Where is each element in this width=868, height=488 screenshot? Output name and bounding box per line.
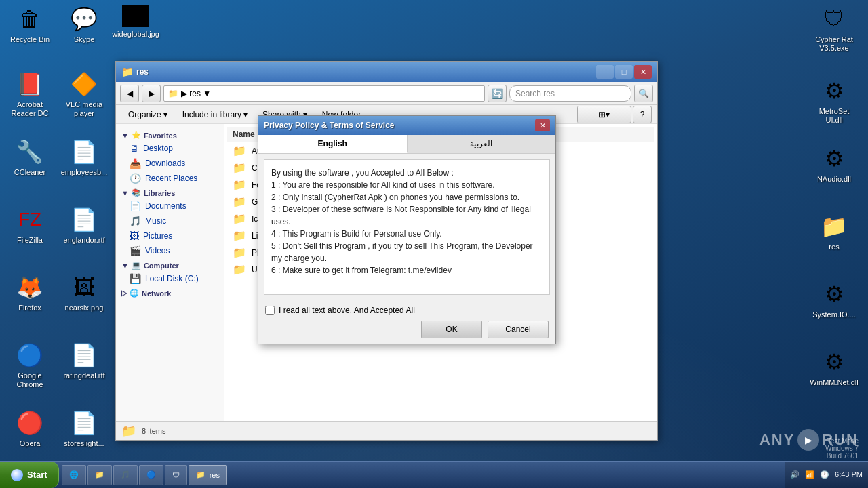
desktop-icon-skype[interactable]: 💬 Skype [57, 3, 111, 47]
window-controls: — □ ✕ [596, 65, 652, 79]
back-button[interactable]: ◀ [120, 85, 139, 102]
ok-button[interactable]: OK [421, 321, 482, 338]
desktop-icon-winmm[interactable]: ⚙ WinMM.Net.dll [807, 346, 861, 390]
maximize-button[interactable]: □ [615, 65, 633, 79]
refresh-button[interactable]: 🔄 [488, 85, 507, 102]
dialog-titlebar[interactable]: Privacy Policy & Terms of Service ✕ [258, 116, 555, 135]
sidebar-item-pictures[interactable]: Pictures [116, 228, 224, 243]
favorites-header[interactable]: ▼ ⭐ Favorites [116, 128, 224, 141]
geoip-folder-icon: 📁 [233, 195, 246, 208]
close-button[interactable]: ✕ [634, 65, 652, 79]
desktop-icon-res[interactable]: 📁 res [807, 210, 861, 254]
desktop-icon-englandor[interactable]: 📄 englandor.rtf [57, 203, 111, 247]
englandor-icon: 📄 [71, 206, 98, 233]
winamp-icon: 🎵 [121, 470, 130, 479]
naudio-icon: ⚙ [821, 145, 848, 172]
explorer-statusbar: 📁 8 items [116, 421, 657, 440]
taskbar-chrome-icon[interactable]: 🔵 [139, 465, 163, 485]
pics-sidebar-icon [130, 230, 139, 241]
computer-header[interactable]: ▼ 💻 Computer [116, 258, 224, 271]
desktop-icon-chrome[interactable]: 🔵 Google Chrome [3, 339, 57, 392]
docs-sidebar-icon [130, 201, 141, 211]
sidebar-downloads-label: Downloads [145, 159, 185, 168]
favorites-label: Favorites [144, 131, 177, 140]
desktop-icon-cypher-rat[interactable]: 🛡 Cypher Rat V3.5.exe [807, 3, 861, 56]
network-header[interactable]: ▷ 🌐 Network [116, 286, 224, 299]
sidebar-item-desktop[interactable]: Desktop [116, 141, 224, 156]
sidebar-item-downloads[interactable]: Downloads [116, 156, 224, 171]
skype-icon: 💬 [71, 5, 98, 33]
desktop-icon-filezilla[interactable]: FZ FileZilla [3, 203, 57, 247]
desktop-icon-acrobat[interactable]: 📕 Acrobat Reader DC [3, 68, 57, 121]
dialog-close-button[interactable]: ✕ [535, 119, 550, 131]
tab-english[interactable]: English [258, 135, 408, 153]
explorer-toolbar: ◀ ▶ 📁 ▶ res ▼ 🔄 Search res 🔍 [116, 82, 657, 105]
view-options-button[interactable]: ⊞▾ [577, 106, 631, 123]
nearsix-icon: 🖼 [71, 274, 98, 301]
sidebar-item-recent[interactable]: Recent Places [116, 171, 224, 186]
desktop-icon-employeesb[interactable]: 📄 employeesb... [57, 136, 111, 180]
volume-icon[interactable]: 🔊 [790, 470, 800, 479]
tab-arabic[interactable]: العربية [408, 135, 556, 153]
start-button[interactable]: Start [0, 462, 59, 488]
desktop-icon-system-io[interactable]: ⚙ System.IO.... [807, 278, 861, 322]
res-taskbar-label: res [210, 471, 220, 479]
recycle-bin-icon: 🗑 [16, 5, 43, 33]
desktop-icon-vlc[interactable]: 🔶 VLC media player [57, 68, 111, 121]
network-label: Network [142, 289, 171, 298]
desktop-icon-storeslight[interactable]: 📄 storeslight... [57, 407, 111, 451]
taskbar-res-item[interactable]: 📁 res [189, 465, 227, 485]
desktop-icon-ccleaner[interactable]: 🔧 CCleaner [3, 136, 57, 180]
minimize-button[interactable]: — [596, 65, 614, 79]
taskbar-time: 6:43 PM [835, 470, 863, 479]
include-library-menu[interactable]: Include in library▾ [176, 108, 254, 121]
vlc-icon: 🔶 [71, 70, 98, 98]
taskbar-antivirus-icon[interactable]: 🛡 [165, 465, 187, 485]
taskbar-ie-icon[interactable]: 🌐 [62, 465, 86, 485]
address-bar[interactable]: 📁 ▶ res ▼ [163, 85, 485, 102]
explorer-titlebar[interactable]: 📁 res — □ ✕ [116, 62, 657, 82]
audio-folder-icon: 📁 [233, 144, 246, 157]
status-folder-icon: 📁 [121, 424, 136, 439]
search-bar[interactable]: Search res [509, 85, 631, 102]
dialog-text: By using the software , you Accepted to … [271, 167, 542, 277]
desktop-icon-metroset[interactable]: ⚙ MetroSet UI.dll [807, 75, 861, 127]
filezilla-icon: FZ [16, 206, 43, 233]
taskbar-winamp-icon[interactable]: 🎵 [113, 465, 138, 485]
accept-checkbox[interactable] [265, 306, 275, 315]
libraries-header[interactable]: ▼ 📚 Libraries [116, 186, 224, 199]
dialog-content-area: By using the software , you Accepted to … [264, 159, 550, 295]
network-icon: 🌐 [130, 289, 139, 298]
version-line1: Test Mode [825, 437, 859, 445]
sidebar-item-videos[interactable]: Videos [116, 243, 224, 258]
desktop-icon-ratingdeal[interactable]: 📄 ratingdeal.rtf [57, 339, 111, 383]
network-taskbar-icon[interactable]: 📶 [805, 470, 814, 479]
privacy-dialog: Privacy Policy & Terms of Service ✕ Engl… [258, 115, 556, 344]
search-button[interactable]: 🔍 [634, 85, 653, 102]
sidebar-recent-label: Recent Places [145, 174, 197, 183]
status-text: 8 items [142, 427, 165, 435]
computer-label: Computer [144, 262, 179, 270]
sidebar-item-local-disk[interactable]: Local Disk (C:) [116, 271, 224, 286]
desktop-icon-firefox[interactable]: 🦊 Firefox [3, 271, 57, 315]
opera-icon: 🔴 [16, 409, 43, 436]
help-button[interactable]: ? [633, 106, 652, 123]
desktop-icon-nearsix[interactable]: 🖼 nearsix.png [57, 271, 111, 315]
desktop-icon-opera[interactable]: 🔴 Opera [3, 407, 57, 451]
desktop-icon-naudio[interactable]: ⚙ NAudio.dll [807, 142, 861, 186]
dialog-title: Privacy Policy & Terms of Service [264, 121, 531, 130]
tab-arabic-label: العربية [470, 139, 492, 148]
desktop: 🗑 Recycle Bin 💬 Skype wideglobal.jpg 📕 A… [0, 0, 868, 488]
cancel-button[interactable]: Cancel [488, 321, 549, 338]
config-folder-icon: 📁 [233, 161, 246, 174]
desktop-icon-wideglobal[interactable]: wideglobal.jpg [108, 3, 163, 41]
sidebar-item-music[interactable]: Music [116, 214, 224, 228]
organize-menu[interactable]: Organize▾ [121, 108, 174, 121]
desktop-icon-recycle-bin[interactable]: 🗑 Recycle Bin [3, 3, 57, 47]
sidebar-item-documents[interactable]: Documents [116, 199, 224, 214]
taskbar-explorer-icon[interactable]: 📁 [87, 465, 112, 485]
taskbar-items: 🌐 📁 🎵 🔵 🛡 📁 res [59, 462, 785, 488]
winmm-icon: ⚙ [821, 348, 848, 375]
sidebar-pics-label: Pictures [143, 231, 172, 241]
forward-button[interactable]: ▶ [142, 85, 161, 102]
